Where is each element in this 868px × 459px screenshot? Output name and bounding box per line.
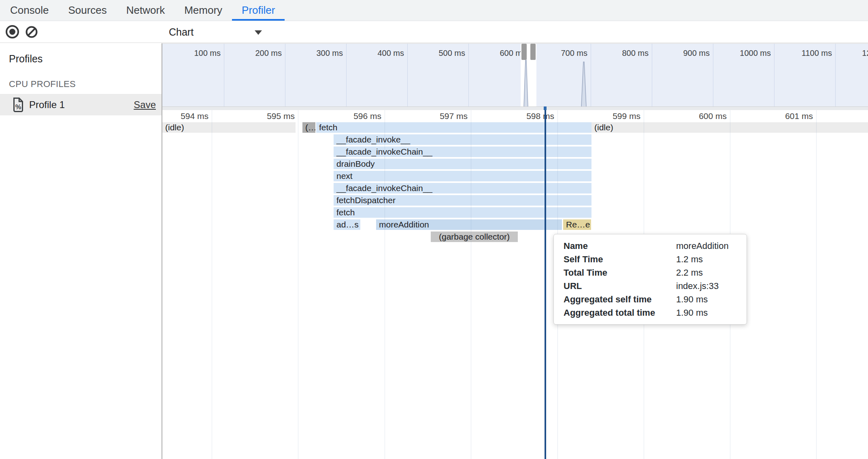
flame-bar-fetch[interactable]: fetch [316,122,591,133]
detail-grid-line [385,110,385,459]
profile-name: Profile 1 [29,99,134,110]
current-time-marker [545,110,546,459]
view-mode-value: Chart [169,26,194,38]
flame-bar-facade-invokechain[interactable]: __facade_invokeChain__ [334,147,591,157]
tab-network[interactable]: Network [117,0,174,21]
selection-handle-right[interactable] [530,44,536,60]
tooltip-value-name: moreAddition [676,239,729,253]
tooltip-value-url: index.js:33 [676,279,719,293]
timeline-overview[interactable]: 100 ms200 ms300 ms400 ms500 ms600 ms700 … [162,43,868,106]
tooltip-label-url: URL [564,279,676,293]
profiles-sidebar: Profiles CPU PROFILES % Profile 1 Save [0,43,162,459]
tooltip-label-aggregated-self-time: Aggregated self time [564,293,676,306]
view-mode-select[interactable]: Chart [169,21,270,42]
tooltip-value-self-time: 1.2 ms [676,253,703,266]
svg-text:%: % [15,103,21,110]
save-profile-link[interactable]: Save [134,99,156,110]
tab-memory[interactable]: Memory [174,0,232,21]
tooltip-row: Self Time1.2 ms [554,253,747,266]
tooltip-value-aggregated-self-time: 1.90 ms [676,293,708,306]
sidebar-item-profile-1[interactable]: % Profile 1 Save [0,94,162,115]
clear-profiles-button[interactable] [25,25,39,39]
tab-profiler[interactable]: Profiler [232,0,285,21]
flame-chart-pane: 100 ms200 ms300 ms400 ms500 ms600 ms700 … [162,43,868,459]
flame-bar-idle[interactable]: (idle) [162,122,296,133]
chevron-down-icon [255,30,262,35]
clear-icon [25,25,39,39]
flame-bar-next[interactable]: next [334,171,591,181]
cpu-activity-spikes [162,44,868,106]
chart-toolbar: Chart [162,21,868,43]
detail-grid-line [471,110,471,459]
tab-sources[interactable]: Sources [58,0,116,21]
record-profile-button[interactable] [6,25,19,39]
record-icon-dot [9,29,15,35]
flame-bar-drainbody[interactable]: drainBody [334,159,591,169]
flame-bar-ad-s[interactable]: ad…s [334,219,360,230]
selection-handle-left[interactable] [521,44,527,60]
tooltip-row: Total Time2.2 ms [554,266,747,279]
flame-bar-facade-invoke[interactable]: __facade_invoke__ [334,134,591,145]
cpu-profiles-section-label: CPU PROFILES [9,79,76,89]
flame-bar-facade-invokechain[interactable]: __facade_invokeChain__ [334,183,591,193]
tooltip-row: URLindex.js:33 [554,279,747,293]
detail-grid-line [212,110,212,459]
flame-bar-fetchdispatcher[interactable]: fetchDispatcher [334,195,591,206]
profiles-heading: Profiles [9,53,43,65]
overview-scroll-strip [162,106,868,110]
tooltip-label-self-time: Self Time [564,253,676,266]
tooltip-row: Aggregated total time1.90 ms [554,306,747,319]
flame-bar-fetch[interactable]: fetch [334,207,591,218]
devtools-tabbar: ConsoleSourcesNetworkMemoryProfiler [0,0,868,21]
flame-bar-moreaddition[interactable]: moreAddition [376,219,562,230]
tooltip-value-total-time: 2.2 ms [676,266,703,279]
overview-position-tick [544,106,547,110]
tooltip-label-total-time: Total Time [564,266,676,279]
tooltip-row: NamemoreAddition [554,239,747,253]
tooltip-label-aggregated-total-time: Aggregated total time [564,306,676,319]
tooltip-row: Aggregated self time1.90 ms [554,293,747,306]
tooltip-value-aggregated-total-time: 1.90 ms [676,306,708,319]
detail-grid-line [816,110,817,459]
flame-bar-garbage-collector[interactable]: (garbage collector) [431,232,518,242]
flame-bar-item[interactable]: (… [302,122,315,133]
flame-bar-re-e[interactable]: Re…e [563,219,591,230]
tooltip-label-name: Name [564,239,676,253]
profile-document-icon: % [12,98,24,112]
tab-console[interactable]: Console [0,0,58,21]
profiler-toolbar [0,21,162,43]
frame-details-tooltip: NamemoreAdditionSelf Time1.2 msTotal Tim… [553,234,747,325]
detail-grid-line [298,110,298,459]
